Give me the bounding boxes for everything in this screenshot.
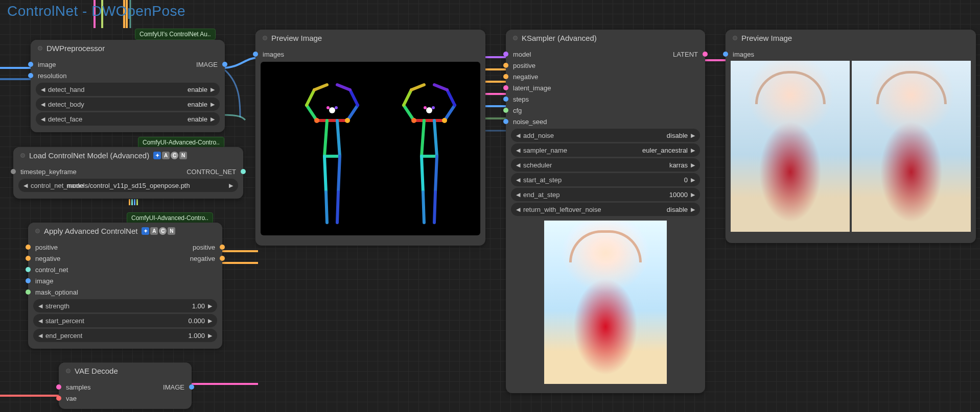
node-vae-decode[interactable]: VAE Decode samples IMAGE vae (59, 362, 192, 409)
chevron-left-icon[interactable]: ◀ (516, 132, 520, 139)
chevron-left-icon[interactable]: ◀ (516, 206, 520, 213)
svg-line-40 (422, 156, 423, 192)
node-preview-output[interactable]: Preview Image images (726, 30, 976, 243)
chevron-left-icon[interactable]: ◀ (516, 147, 520, 154)
port-latent-image-in[interactable] (503, 85, 508, 90)
chevron-right-icon[interactable]: ▶ (211, 86, 215, 93)
port-noise-seed-in[interactable] (503, 119, 508, 124)
svg-rect-2 (134, 199, 135, 205)
port-positive-in[interactable] (26, 245, 31, 250)
node-ksampler-advanced[interactable]: KSampler (Advanced) model LATENT positiv… (506, 30, 705, 393)
widget-value: enable (188, 86, 207, 93)
port-image-in[interactable] (26, 278, 31, 283)
chevron-left-icon[interactable]: ◀ (38, 318, 42, 324)
chevron-right-icon[interactable]: ▶ (691, 162, 695, 168)
widget-detect-face[interactable]: ◀ detect_face enable ▶ (36, 112, 220, 126)
port-mask-optional-in[interactable] (26, 289, 31, 295)
node-preview-pose[interactable]: Preview Image images (255, 30, 485, 246)
chevron-right-icon[interactable]: ▶ (211, 101, 215, 108)
chevron-left-icon[interactable]: ◀ (516, 191, 520, 198)
port-positive-out[interactable] (220, 245, 225, 250)
widget-start-at-step[interactable]: ◀start_at_step0▶ (511, 173, 700, 186)
svg-line-38 (434, 120, 437, 156)
widget-add-noise[interactable]: ◀add_noisedisable▶ (511, 129, 700, 142)
svg-line-37 (422, 120, 424, 156)
widget-detect-body[interactable]: ◀ detect_body enable ▶ (36, 98, 220, 111)
port-model-in[interactable] (503, 52, 508, 57)
node-header[interactable]: KSampler (Advanced) (506, 30, 705, 46)
chevron-left-icon[interactable]: ◀ (38, 332, 42, 339)
svg-line-11 (350, 90, 358, 105)
chevron-right-icon[interactable]: ▶ (691, 132, 695, 139)
chevron-left-icon[interactable]: ◀ (38, 303, 42, 309)
port-image-out[interactable] (189, 384, 194, 390)
port-images-in[interactable] (253, 52, 258, 57)
node-header[interactable]: DWPreprocessor (31, 40, 225, 57)
widget-strength[interactable]: ◀ strength 1.00 ▶ (33, 299, 217, 312)
widget-control-net-name[interactable]: ◀ control_net_name models/control_v11p_s… (18, 179, 238, 192)
port-images-in[interactable] (723, 52, 728, 57)
port-latent-out[interactable] (703, 52, 708, 57)
widget-value: enable (188, 115, 207, 123)
collapse-dot-icon[interactable] (66, 369, 71, 373)
chevron-left-icon[interactable]: ◀ (41, 116, 45, 123)
collapse-dot-icon[interactable] (263, 36, 267, 40)
node-header[interactable]: Apply Advanced ControlNet ✦ACN (28, 223, 222, 239)
chevron-right-icon[interactable]: ▶ (208, 303, 212, 309)
port-negative-out[interactable] (220, 256, 225, 261)
svg-line-19 (324, 120, 327, 156)
widget-end-at-step[interactable]: ◀end_at_step10000▶ (511, 188, 700, 201)
node-dwpreprocessor[interactable]: DWPreprocessor image IMAGE resolution ◀ … (31, 40, 225, 132)
port-samples-in[interactable] (56, 384, 61, 390)
node-header[interactable]: Load ControlNet Model (Advanced) ✦ACN (13, 147, 243, 164)
collapse-dot-icon[interactable] (38, 46, 42, 51)
port-control-net-in[interactable] (26, 267, 31, 272)
chevron-right-icon[interactable]: ▶ (211, 116, 215, 123)
port-negative-in[interactable] (503, 74, 508, 79)
collapse-dot-icon[interactable] (513, 36, 518, 40)
port-label: CONTROL_NET (186, 168, 236, 176)
widget-return-leftover-noise[interactable]: ◀return_with_leftover_noisedisable▶ (511, 203, 700, 216)
port-steps-in[interactable] (503, 96, 508, 102)
collapse-dot-icon[interactable] (733, 36, 737, 40)
node-apply-controlnet[interactable]: Apply Advanced ControlNet ✦ACN positive … (28, 223, 222, 349)
widget-sampler-name[interactable]: ◀sampler_nameeuler_ancestral▶ (511, 143, 700, 157)
node-header[interactable]: Preview Image (255, 30, 485, 46)
widget-start-percent[interactable]: ◀ start_percent 0.000 ▶ (33, 314, 217, 327)
collapse-dot-icon[interactable] (35, 229, 40, 233)
port-image-out[interactable] (222, 62, 227, 67)
port-timestep-keyframe-in[interactable] (11, 169, 16, 174)
chevron-right-icon[interactable]: ▶ (208, 318, 212, 324)
chevron-right-icon[interactable]: ▶ (208, 332, 212, 339)
chevron-left-icon[interactable]: ◀ (41, 101, 45, 108)
port-positive-in[interactable] (503, 63, 508, 68)
output-image-2 (852, 61, 971, 232)
chevron-right-icon[interactable]: ▶ (229, 182, 233, 189)
chevron-right-icon[interactable]: ▶ (691, 177, 695, 183)
port-cfg-in[interactable] (503, 108, 508, 113)
widget-value: karras (669, 161, 688, 169)
node-header[interactable]: Preview Image (726, 30, 976, 46)
output-image-1 (731, 61, 850, 232)
port-label: steps (513, 95, 529, 103)
widget-scheduler[interactable]: ◀schedulerkarras▶ (511, 158, 700, 172)
chevron-right-icon[interactable]: ▶ (691, 206, 695, 213)
chevron-right-icon[interactable]: ▶ (691, 147, 695, 154)
port-control-net-out[interactable] (241, 169, 246, 174)
node-header[interactable]: VAE Decode (59, 362, 192, 379)
chevron-left-icon[interactable]: ◀ (516, 162, 520, 168)
widget-end-percent[interactable]: ◀ end_percent 1.000 ▶ (33, 329, 217, 342)
chevron-left-icon[interactable]: ◀ (24, 182, 28, 189)
widget-detect-hand[interactable]: ◀ detect_hand enable ▶ (36, 83, 220, 96)
port-negative-in[interactable] (26, 256, 31, 261)
node-load-controlnet[interactable]: Load ControlNet Model (Advanced) ✦ACN ti… (13, 147, 243, 199)
chevron-right-icon[interactable]: ▶ (691, 191, 695, 198)
svg-point-36 (442, 118, 447, 123)
chevron-left-icon[interactable]: ◀ (516, 177, 520, 183)
svg-point-15 (345, 118, 350, 123)
port-resolution-in[interactable] (28, 73, 33, 78)
port-vae-in[interactable] (56, 396, 61, 401)
collapse-dot-icon[interactable] (20, 153, 25, 158)
chevron-left-icon[interactable]: ◀ (41, 86, 45, 93)
port-image-in[interactable] (28, 62, 33, 67)
